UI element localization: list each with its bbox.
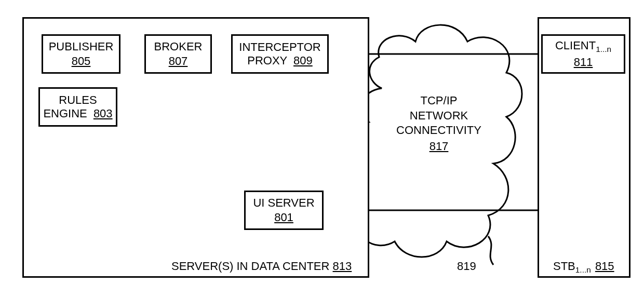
rules-engine-box: RULES ENGINE 803 bbox=[38, 87, 117, 127]
wave-ref-label: 819 bbox=[457, 260, 476, 273]
interceptor-ref: 809 bbox=[293, 54, 313, 67]
rules-label-2: ENGINE bbox=[43, 107, 87, 120]
cloud-label: TCP/IP NETWORK CONNECTIVITY 817 bbox=[392, 93, 486, 154]
broker-box: BROKER 807 bbox=[144, 34, 212, 74]
client-label: CLIENT bbox=[555, 39, 596, 52]
rules-ref: 803 bbox=[93, 107, 113, 120]
ui-server-ref: 801 bbox=[274, 211, 293, 224]
diagram-canvas: SERVER(S) IN DATA CENTER 813 PUBLISHER 8… bbox=[0, 0, 644, 298]
publisher-box: PUBLISHER 805 bbox=[42, 34, 120, 74]
interceptor-label-1: INTERCEPTOR bbox=[239, 40, 320, 54]
ui-server-label: UI SERVER bbox=[253, 196, 314, 210]
client-ref: 811 bbox=[574, 56, 593, 69]
rules-label-1: RULES bbox=[59, 93, 97, 107]
client-sub: 1...n bbox=[596, 45, 611, 53]
broker-ref: 807 bbox=[169, 55, 188, 68]
client-box: CLIENT1...n 811 bbox=[541, 34, 625, 74]
callout-819 bbox=[488, 236, 493, 265]
publisher-ref: 805 bbox=[72, 55, 91, 68]
stb-label: STB1...n 815 bbox=[553, 260, 614, 275]
datacenter-label: SERVER(S) IN DATA CENTER 813 bbox=[171, 260, 352, 273]
interceptor-proxy-box: INTERCEPTOR PROXY 809 bbox=[231, 34, 329, 74]
broker-label: BROKER bbox=[154, 40, 203, 53]
ui-server-box: UI SERVER 801 bbox=[244, 191, 324, 230]
publisher-label: PUBLISHER bbox=[49, 40, 114, 53]
interceptor-label-2: PROXY bbox=[247, 54, 287, 67]
